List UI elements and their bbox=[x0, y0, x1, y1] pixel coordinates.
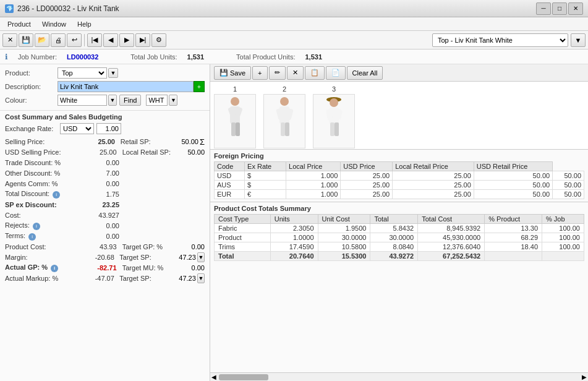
currency-select[interactable]: USD bbox=[60, 123, 94, 134]
job-number-label: Job Number: bbox=[18, 53, 57, 61]
colour-code-input[interactable] bbox=[146, 95, 168, 106]
product-cost-value: 43.93 bbox=[85, 243, 117, 250]
pct-cell-total: 30.0000 bbox=[370, 233, 418, 242]
usd-selling-value: 25.00 bbox=[85, 148, 117, 156]
horizontal-scrollbar[interactable]: ◀ ▶ bbox=[210, 372, 588, 381]
target-mu-label: Target MU: % bbox=[122, 264, 174, 272]
total-product-label: Total Product Units: bbox=[236, 53, 295, 61]
svg-rect-4 bbox=[231, 122, 236, 136]
menu-help[interactable]: Help bbox=[72, 19, 96, 29]
product-select[interactable]: Top bbox=[58, 67, 107, 79]
toolbar-nav2[interactable]: ◀ bbox=[103, 33, 118, 47]
exchange-rate-input[interactable] bbox=[96, 123, 121, 134]
pct-title: Product Cost Totals Summary bbox=[214, 205, 584, 212]
margin-label: Margin: bbox=[5, 254, 85, 261]
actual-gp-info[interactable]: i bbox=[51, 265, 58, 272]
minimize-button[interactable]: ─ bbox=[536, 2, 551, 15]
save-icon: 💾 bbox=[219, 69, 228, 77]
pct-table: Cost Type Units Unit Cost Total Total Co… bbox=[214, 214, 584, 261]
fp-cell-code: EUR bbox=[215, 190, 245, 199]
svg-point-13 bbox=[330, 98, 338, 107]
margin-value: -20.68 bbox=[85, 254, 114, 261]
cost-value: 43.927 bbox=[85, 212, 119, 219]
job-number-value: LD000032 bbox=[67, 53, 98, 61]
pct-header-total: Total bbox=[370, 215, 418, 224]
scroll-right-btn[interactable]: ▶ bbox=[581, 374, 588, 380]
pct-cell-pctjob: 100.00 bbox=[542, 233, 584, 242]
menu-product[interactable]: Product bbox=[2, 19, 36, 29]
product-cost-totals-section: Product Cost Totals Summary Cost Type Un… bbox=[210, 202, 588, 372]
terms-info[interactable]: i bbox=[28, 233, 36, 241]
pct-cell-type: Trims bbox=[215, 242, 271, 252]
save-button[interactable]: 💾 Save bbox=[214, 66, 251, 80]
total-product-value: 1,531 bbox=[305, 53, 322, 61]
colour-dropdown-btn[interactable]: ▼ bbox=[108, 95, 117, 106]
fp-row: AUS $ 1.000 25.00 25.00 50.00 50.00 bbox=[215, 181, 584, 190]
colour-code-btn[interactable]: ▼ bbox=[169, 95, 177, 106]
product-selector[interactable]: Top - Liv Knit Tank White bbox=[432, 33, 568, 47]
pct-cell-totalcost: 8,945.9392 bbox=[418, 224, 485, 233]
toolbar-save[interactable]: 💾 bbox=[19, 33, 33, 47]
description-input[interactable] bbox=[58, 81, 194, 92]
toolbar-cut[interactable]: ✕ bbox=[2, 33, 17, 47]
svg-point-0 bbox=[231, 97, 239, 106]
maximize-button[interactable]: □ bbox=[552, 2, 567, 15]
retail-sp-value: 50.00 bbox=[169, 138, 198, 145]
target-sp2-dropdown[interactable]: ▼ bbox=[197, 273, 205, 283]
image-num-2: 2 bbox=[283, 85, 286, 93]
add-image-button[interactable]: + bbox=[252, 66, 267, 80]
colour-input[interactable] bbox=[58, 95, 107, 106]
fp-header-localprice: Local Price bbox=[286, 162, 341, 171]
toolbar-open[interactable]: 📂 bbox=[35, 33, 49, 47]
product-dropdown-btn[interactable]: ▼ bbox=[108, 68, 118, 78]
cut-icon: ✕ bbox=[292, 69, 298, 77]
pct-cell-pctjob: 100.00 bbox=[542, 242, 584, 252]
image-num-3: 3 bbox=[332, 85, 336, 93]
dropdown-arrow[interactable]: ▼ bbox=[571, 33, 586, 47]
toolbar-nav3[interactable]: ▶ bbox=[119, 33, 134, 47]
foreign-pricing-table: Code Ex Rate Local Price USD Price Local… bbox=[214, 161, 584, 199]
target-sp-label: Target SP: bbox=[119, 254, 167, 261]
total-discount-value: 1.75 bbox=[85, 191, 119, 198]
description-add-btn[interactable]: + bbox=[194, 81, 205, 92]
pct-header-totalcost: Total Cost bbox=[418, 215, 485, 224]
cut-image-button[interactable]: ✕ bbox=[287, 66, 304, 80]
menu-window[interactable]: Window bbox=[37, 19, 71, 29]
pct-cell-units: 2.3050 bbox=[270, 224, 318, 233]
total-discount-label: Total Discount: i bbox=[5, 190, 85, 199]
toolbar-nav1[interactable]: |◀ bbox=[87, 33, 102, 47]
fp-cell-localretail: 50.00 bbox=[474, 181, 552, 190]
toolbar-settings[interactable]: ⚙ bbox=[151, 33, 166, 47]
scroll-left-btn[interactable]: ◀ bbox=[210, 374, 218, 380]
edit-image-button[interactable]: ✏ bbox=[269, 66, 286, 80]
target-sp2-label: Target SP: bbox=[119, 275, 167, 282]
toolbar-print[interactable]: 🖨 bbox=[51, 33, 66, 47]
toolbar: ✕ 💾 📂 🖨 ↩ |◀ ◀ ▶ ▶| ⚙ Top - Liv Knit Tan… bbox=[0, 31, 588, 49]
toolbar-undo[interactable]: ↩ bbox=[67, 33, 82, 47]
image-slot-1: 1 bbox=[214, 85, 256, 148]
sigma-btn[interactable]: Σ bbox=[200, 137, 205, 147]
toolbar-nav4[interactable]: ▶| bbox=[135, 33, 150, 47]
fp-cell-code: USD bbox=[215, 171, 245, 181]
pct-row: Fabric 2.3050 1.9500 5.8432 8,945.9392 1… bbox=[215, 224, 584, 233]
pct-total-row: Total 20.7640 15.5300 43.9272 67,252.543… bbox=[215, 252, 584, 261]
other-discount-label: Other Discount: % bbox=[5, 169, 85, 177]
fp-header-localretail: Local Retail Price bbox=[393, 162, 474, 171]
cost-label: Cost: bbox=[5, 212, 85, 219]
target-sp-dropdown[interactable]: ▼ bbox=[197, 252, 205, 262]
app-icon: 💎 bbox=[5, 4, 14, 13]
pct-header-pctproduct: % Product bbox=[485, 215, 542, 224]
total-job-value: 1,531 bbox=[187, 53, 205, 61]
total-discount-info[interactable]: i bbox=[53, 191, 60, 199]
right-panel: 💾 Save + ✏ ✕ 📋 📄 Clear All 1 bbox=[210, 64, 588, 381]
pct-total-totalcost: 67,252.5432 bbox=[418, 252, 485, 261]
scroll-thumb[interactable] bbox=[219, 374, 268, 380]
close-button[interactable]: ✕ bbox=[568, 2, 583, 15]
find-btn[interactable]: Find bbox=[119, 95, 141, 106]
pct-header-unitcost: Unit Cost bbox=[318, 215, 370, 224]
clear-all-button[interactable]: Clear All bbox=[347, 66, 383, 80]
paste-image-button[interactable]: 📄 bbox=[326, 66, 346, 80]
save-label: Save bbox=[230, 69, 245, 77]
copy-image-button[interactable]: 📋 bbox=[305, 66, 325, 80]
rejects-info[interactable]: i bbox=[33, 223, 40, 230]
